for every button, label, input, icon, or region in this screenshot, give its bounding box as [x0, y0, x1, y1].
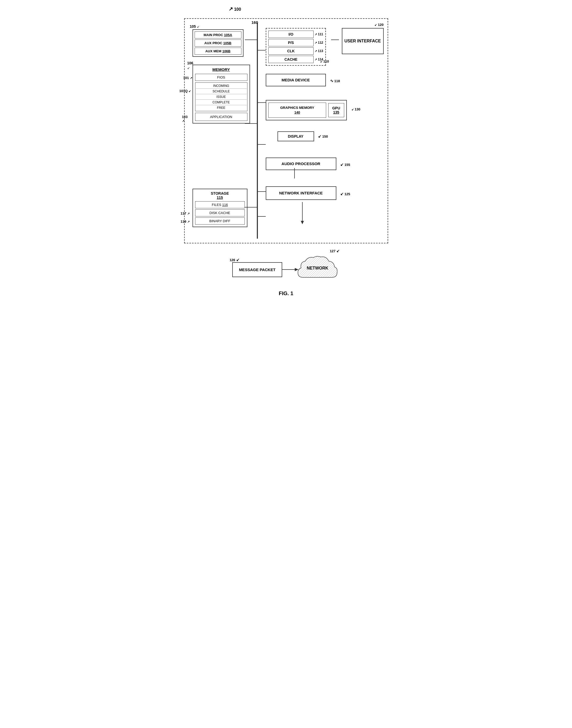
graphics-memory-block: GRAPHICS MEMORY140 — [268, 103, 327, 118]
bottom-section: 126 ↙ MESSAGE PACKET 127 ↙ — [184, 246, 388, 288]
audio-processor-label: AUDIO PROCESSOR — [281, 161, 320, 166]
ref-101q-label: 101Q ↙ — [180, 89, 191, 93]
graphics-memory-ref: 140 — [294, 111, 300, 114]
ref-111: ↗ 111 — [315, 32, 323, 36]
svg-marker-12 — [301, 221, 304, 224]
storage-title: STORAGE 115 — [195, 191, 245, 200]
queue-issue: ISSUE — [196, 94, 246, 100]
figure-label: FIG. 1 — [184, 290, 388, 296]
network-interface-block: NETWORK INTERFACE — [266, 186, 336, 200]
media-device-label: MEDIA DEVICE — [282, 78, 310, 82]
ref-100: ↗ 100 — [229, 6, 241, 12]
storage-block: STORAGE 115 FILES 116 117 ↗ DISK CACHE 1… — [193, 189, 247, 227]
display-block: DISPLAY — [278, 131, 314, 141]
network-cloud-container: 127 ↙ NETWORK — [295, 254, 340, 285]
gpu-ref: 135 — [333, 110, 339, 114]
ref-101-label: 101 ↗ — [183, 76, 192, 80]
files-ref: 116 — [222, 203, 228, 207]
ref-155-label: ↙ 155 — [340, 162, 350, 167]
fios-item: FIOS — [195, 74, 247, 81]
ref-112: ↗ 112 — [315, 41, 323, 45]
message-packet-container: 126 ↙ MESSAGE PACKET — [232, 262, 282, 277]
disk-cache-item: DISK CACHE — [195, 209, 245, 216]
ref-105-label: 105 ↙ — [190, 24, 200, 29]
clk-row: CLK ↗ 113 — [268, 47, 323, 55]
main-proc-ref: 105A — [224, 33, 232, 37]
queue-schedule: SCHEDULE — [196, 89, 246, 94]
ps-row: P/S ↗ 112 — [268, 39, 323, 46]
ref-117-label: 117 ↗ — [181, 211, 190, 215]
io-row: I/O ↗ 111 — [268, 30, 323, 38]
memory-block: MEMORY 101 ↗ FIOS 101Q ↙ INCOMING SCHEDU… — [193, 65, 250, 124]
network-interface-label: NETWORK INTERFACE — [279, 191, 323, 195]
ref-110-label: ↙ 110 — [320, 59, 329, 63]
ref-130-label: ↙ 130 — [352, 107, 360, 111]
ref-127-label: 127 ↙ — [330, 249, 340, 253]
processor-group-block: MAIN PROC 105A AUX PROC 105B AUX MEM 106… — [193, 29, 243, 57]
ref-118-label: ∿ 118 — [330, 78, 340, 83]
ref-119-label: 119 ↗ — [181, 219, 190, 223]
io-item: I/O — [268, 30, 314, 38]
audio-processor-block: AUDIO PROCESSOR — [266, 157, 336, 170]
ref-126-label: 126 ↙ — [230, 258, 239, 262]
binary-diff-item: BINARY DIFF — [195, 217, 245, 224]
graphics-block: GRAPHICS MEMORY140 GPU135 — [266, 100, 347, 120]
display-label: DISPLAY — [288, 134, 303, 138]
diagram-wrapper: ↗ 100 — [184, 5, 388, 299]
ref-125-label: ↙ 125 — [340, 192, 350, 196]
ref-150-label: ↙ 150 — [318, 134, 328, 139]
aux-proc-item: AUX PROC 105B — [195, 40, 241, 47]
media-device-block: MEDIA DEVICE — [266, 74, 326, 86]
memory-title: MEMORY — [195, 67, 247, 72]
aux-proc-ref: 105B — [223, 41, 231, 45]
queue-complete: COMPLETE — [196, 100, 246, 105]
cache-item: CACHE — [268, 56, 314, 63]
chip-block: I/O ↗ 111 P/S ↗ 112 CLK ↗ 113 CACHE ↗ 11… — [266, 28, 326, 66]
ref-120-label: ↙ 120 — [374, 23, 383, 27]
main-diagram-box: 160 105 ↙ MAIN PROC 105A AUX PROC 105B A… — [184, 18, 388, 243]
queue-block: INCOMING SCHEDULE ISSUE COMPLETE FREE — [195, 82, 247, 111]
queue-incoming: INCOMING — [196, 83, 246, 89]
cache-row: CACHE ↗ 114 — [268, 56, 323, 63]
network-label: NETWORK — [307, 266, 329, 270]
gpu-block: GPU135 — [328, 103, 344, 117]
user-interface-label: USER INTERFACE — [345, 39, 381, 44]
files-item: FILES 116 — [195, 201, 245, 208]
ps-item: P/S — [268, 39, 314, 46]
ref-113: ↗ 113 — [315, 49, 323, 53]
user-interface-block: USER INTERFACE — [342, 28, 384, 54]
storage-ref: 115 — [217, 195, 223, 200]
aux-mem-ref: 106B — [222, 49, 230, 53]
clk-item: CLK — [268, 47, 314, 55]
application-item: APPLICATION — [195, 113, 247, 121]
cloud-svg: NETWORK — [295, 254, 340, 285]
ref-160: 160 — [252, 20, 258, 24]
aux-mem-item: AUX MEM 106B — [195, 48, 241, 55]
message-packet-block: MESSAGE PACKET — [232, 262, 282, 277]
arrow-down-network — [300, 202, 305, 228]
main-proc-item: MAIN PROC 105A — [195, 31, 241, 39]
ref-103-label: 103↗ — [182, 115, 188, 123]
queue-free: FREE — [196, 105, 246, 111]
